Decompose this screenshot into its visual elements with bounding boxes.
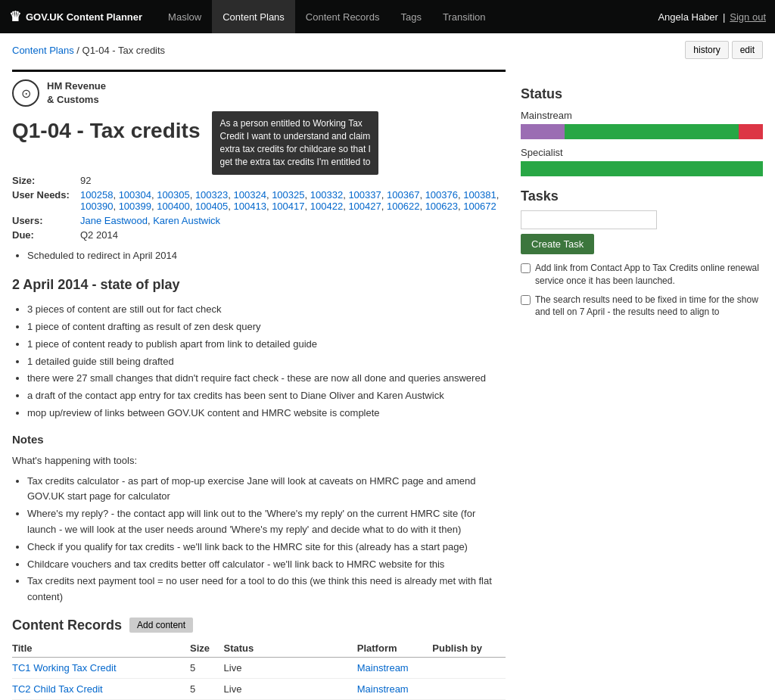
user-need-link[interactable]: 100672	[463, 201, 496, 212]
nav-bar: ♛ GOV.UK Content Planner Maslow Content …	[0, 0, 775, 33]
meta-user-needs: User Needs: 100258, 100304, 100305, 1003…	[12, 189, 506, 212]
record-title-link[interactable]: TC1 Working Tax Credit	[12, 662, 117, 674]
breadcrumb-parent[interactable]: Content Plans	[12, 45, 74, 56]
user-need-link[interactable]: 100417	[272, 201, 304, 212]
task-checkbox-0[interactable]	[521, 263, 531, 273]
user-need-link[interactable]: 100325	[272, 189, 304, 201]
platform-link[interactable]: Mainstream	[357, 683, 409, 695]
user-need-link[interactable]: 100305	[157, 189, 189, 201]
status-title: Status	[521, 86, 763, 102]
user-link-jane[interactable]: Jane Eastwood	[80, 215, 148, 226]
user-need-link[interactable]: 100304	[119, 189, 151, 201]
record-platform: Mainstream	[357, 657, 433, 678]
task-input[interactable]	[521, 210, 657, 229]
record-title-link[interactable]: TC2 Child Tax Credit	[12, 683, 103, 695]
nav-content-plans[interactable]: Content Plans	[212, 0, 295, 33]
user-need-link[interactable]: 100324	[234, 189, 266, 201]
user-need-link[interactable]: 100427	[348, 201, 381, 212]
user-need-link[interactable]: 100381	[463, 189, 496, 201]
user-link-karen[interactable]: Karen Austwick	[153, 215, 220, 226]
task-checkbox-1[interactable]	[521, 295, 531, 305]
page-title: Q1-04 - Tax credits	[12, 119, 200, 143]
mainstream-progress-bar	[521, 124, 763, 139]
status-section: Status Mainstream Specialist	[521, 86, 763, 176]
record-status: Live	[224, 678, 357, 699]
size-label: Size:	[12, 175, 80, 186]
state-bullet-5: a draft of the contact app entry for tax…	[27, 388, 506, 404]
tasks-title: Tasks	[521, 188, 763, 204]
col-platform: Platform	[357, 639, 433, 658]
state-bullet-1: 1 piece of content drafting as result of…	[27, 319, 506, 335]
notes-bullet-0: Tax credits calculator - as part of mop-…	[27, 474, 506, 506]
state-bullet-2: 1 piece of content ready to publish apar…	[27, 337, 506, 353]
user-need-link[interactable]: 100258	[80, 189, 113, 201]
nav-transition[interactable]: Transition	[432, 0, 496, 33]
mainstream-red-segment	[739, 124, 763, 139]
user-needs-label: User Needs:	[12, 189, 80, 212]
sidebar: Status Mainstream Specialist Tasks Creat…	[521, 67, 763, 700]
user-needs-value: 100258, 100304, 100305, 100323, 100324, …	[80, 189, 506, 212]
site-title: GOV.UK Content Planner	[26, 11, 142, 23]
user-need-link[interactable]: 100390	[80, 201, 113, 212]
size-value: 92	[80, 175, 506, 186]
user-need-link[interactable]: 100400	[157, 201, 189, 212]
state-heading: 2 April 2014 - state of play	[12, 274, 506, 296]
user-need-link[interactable]: 100405	[195, 201, 228, 212]
platform-link[interactable]: Mainstream	[357, 662, 409, 674]
notes-bullet-2: Check if you qualify for tax credits - w…	[27, 540, 506, 555]
nav-maslow[interactable]: Maslow	[157, 0, 212, 33]
specialist-green-segment	[521, 161, 763, 176]
notes-intro: What's happening with tools:	[12, 453, 506, 469]
task-item-1: The search results need to be fixed in t…	[521, 294, 763, 319]
col-status: Status	[224, 639, 357, 658]
user-need-link[interactable]: 100332	[310, 189, 343, 201]
user-need-link[interactable]: 100399	[119, 201, 151, 212]
mainstream-label: Mainstream	[521, 110, 763, 121]
state-bullet-4: there were 27 small changes that didn't …	[27, 371, 506, 387]
state-bullet-0: 3 pieces of content are still out for fa…	[27, 302, 506, 318]
due-label: Due:	[12, 229, 80, 241]
nav-content-records[interactable]: Content Records	[295, 0, 391, 33]
record-title: TC1 Working Tax Credit	[12, 657, 190, 678]
records-table: Title Size Status Platform Publish by TC…	[12, 639, 506, 700]
notes-bullets: Tax credits calculator - as part of mop-…	[12, 474, 506, 605]
user-need-link[interactable]: 100623	[425, 201, 458, 212]
meta-due: Due: Q2 2014	[12, 229, 506, 241]
add-content-button[interactable]: Add content	[129, 618, 193, 633]
user-need-link[interactable]: 100422	[310, 201, 343, 212]
org-header: ⊙ HM Revenue& Customs	[12, 70, 506, 111]
user-need-link[interactable]: 100376	[425, 189, 458, 201]
tooltip-container: As a person entitled to Working Tax Cred…	[212, 111, 378, 174]
record-size: 5	[190, 657, 224, 678]
due-value: Q2 2014	[80, 229, 506, 241]
task-text-1: The search results need to be fixed in t…	[535, 294, 763, 319]
org-icon: ⊙	[12, 79, 39, 107]
table-row: TC1 Working Tax Credit 5 Live Mainstream	[12, 657, 506, 678]
user-need-link[interactable]: 100323	[195, 189, 228, 201]
user-need-link[interactable]: 100413	[234, 201, 266, 212]
intro-bullet: Scheduled to redirect in April 2014	[27, 248, 506, 264]
edit-button[interactable]: edit	[732, 41, 763, 59]
content-records-title: Content Records	[12, 618, 122, 633]
records-table-head: Title Size Status Platform Publish by	[12, 639, 506, 658]
task-text-0: Add link from Contact App to Tax Credits…	[535, 262, 763, 288]
org-name: HM Revenue& Customs	[47, 79, 106, 107]
records-table-body: TC1 Working Tax Credit 5 Live Mainstream…	[12, 657, 506, 700]
record-status: Live	[224, 657, 357, 678]
record-platform: Mainstream	[357, 678, 433, 699]
history-button[interactable]: history	[685, 41, 728, 59]
user-need-link[interactable]: 100367	[387, 189, 419, 201]
meta-table: Size: 92 User Needs: 100258, 100304, 100…	[12, 175, 506, 241]
nav-tags[interactable]: Tags	[390, 0, 431, 33]
notes-heading: Notes	[12, 431, 506, 449]
breadcrumb: Content Plans / Q1-04 - Tax credits	[12, 45, 165, 56]
sign-out-link[interactable]: Sign out	[730, 11, 766, 23]
specialist-progress-bar	[521, 161, 763, 176]
user-need-link[interactable]: 100622	[387, 201, 419, 212]
content-records-header: Content Records Add content	[12, 618, 506, 633]
notes-bullet-4: Tax credits next payment tool = no user …	[27, 574, 506, 605]
content-body: Scheduled to redirect in April 2014 2 Ap…	[12, 248, 506, 605]
user-need-link[interactable]: 100337	[348, 189, 381, 201]
record-title: TC2 Child Tax Credit	[12, 678, 190, 699]
create-task-button[interactable]: Create Task	[521, 234, 594, 254]
